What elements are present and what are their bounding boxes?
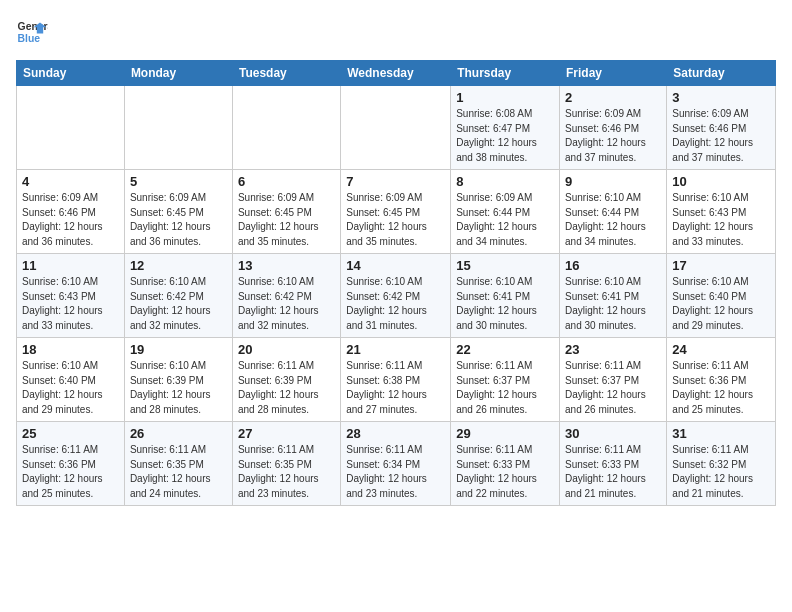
day-number: 2 — [565, 90, 661, 105]
calendar-cell: 9Sunrise: 6:10 AM Sunset: 6:44 PM Daylig… — [560, 170, 667, 254]
calendar-cell: 30Sunrise: 6:11 AM Sunset: 6:33 PM Dayli… — [560, 422, 667, 506]
calendar-cell — [232, 86, 340, 170]
header: General Blue — [16, 16, 776, 48]
calendar-cell: 8Sunrise: 6:09 AM Sunset: 6:44 PM Daylig… — [451, 170, 560, 254]
day-number: 3 — [672, 90, 770, 105]
day-info: Sunrise: 6:09 AM Sunset: 6:46 PM Dayligh… — [672, 107, 770, 165]
day-number: 5 — [130, 174, 227, 189]
day-number: 17 — [672, 258, 770, 273]
day-number: 21 — [346, 342, 445, 357]
calendar-cell: 20Sunrise: 6:11 AM Sunset: 6:39 PM Dayli… — [232, 338, 340, 422]
day-number: 31 — [672, 426, 770, 441]
day-info: Sunrise: 6:09 AM Sunset: 6:46 PM Dayligh… — [22, 191, 119, 249]
day-header: Sunday — [17, 61, 125, 86]
day-info: Sunrise: 6:11 AM Sunset: 6:38 PM Dayligh… — [346, 359, 445, 417]
day-info: Sunrise: 6:10 AM Sunset: 6:39 PM Dayligh… — [130, 359, 227, 417]
calendar-cell: 22Sunrise: 6:11 AM Sunset: 6:37 PM Dayli… — [451, 338, 560, 422]
header-row: SundayMondayTuesdayWednesdayThursdayFrid… — [17, 61, 776, 86]
day-number: 23 — [565, 342, 661, 357]
calendar-cell: 12Sunrise: 6:10 AM Sunset: 6:42 PM Dayli… — [124, 254, 232, 338]
calendar-cell: 23Sunrise: 6:11 AM Sunset: 6:37 PM Dayli… — [560, 338, 667, 422]
day-info: Sunrise: 6:11 AM Sunset: 6:36 PM Dayligh… — [22, 443, 119, 501]
day-info: Sunrise: 6:09 AM Sunset: 6:45 PM Dayligh… — [346, 191, 445, 249]
calendar-cell: 13Sunrise: 6:10 AM Sunset: 6:42 PM Dayli… — [232, 254, 340, 338]
calendar-cell: 10Sunrise: 6:10 AM Sunset: 6:43 PM Dayli… — [667, 170, 776, 254]
calendar-cell: 17Sunrise: 6:10 AM Sunset: 6:40 PM Dayli… — [667, 254, 776, 338]
calendar-cell: 6Sunrise: 6:09 AM Sunset: 6:45 PM Daylig… — [232, 170, 340, 254]
calendar-cell: 11Sunrise: 6:10 AM Sunset: 6:43 PM Dayli… — [17, 254, 125, 338]
day-info: Sunrise: 6:10 AM Sunset: 6:44 PM Dayligh… — [565, 191, 661, 249]
day-number: 14 — [346, 258, 445, 273]
day-header: Wednesday — [341, 61, 451, 86]
calendar-cell: 18Sunrise: 6:10 AM Sunset: 6:40 PM Dayli… — [17, 338, 125, 422]
calendar-week-row: 11Sunrise: 6:10 AM Sunset: 6:43 PM Dayli… — [17, 254, 776, 338]
calendar-week-row: 1Sunrise: 6:08 AM Sunset: 6:47 PM Daylig… — [17, 86, 776, 170]
day-info: Sunrise: 6:11 AM Sunset: 6:39 PM Dayligh… — [238, 359, 335, 417]
day-info: Sunrise: 6:11 AM Sunset: 6:37 PM Dayligh… — [456, 359, 554, 417]
day-number: 26 — [130, 426, 227, 441]
day-info: Sunrise: 6:10 AM Sunset: 6:43 PM Dayligh… — [672, 191, 770, 249]
day-info: Sunrise: 6:09 AM Sunset: 6:44 PM Dayligh… — [456, 191, 554, 249]
calendar-cell: 31Sunrise: 6:11 AM Sunset: 6:32 PM Dayli… — [667, 422, 776, 506]
day-number: 6 — [238, 174, 335, 189]
calendar-cell: 26Sunrise: 6:11 AM Sunset: 6:35 PM Dayli… — [124, 422, 232, 506]
day-number: 30 — [565, 426, 661, 441]
calendar-cell: 19Sunrise: 6:10 AM Sunset: 6:39 PM Dayli… — [124, 338, 232, 422]
day-info: Sunrise: 6:11 AM Sunset: 6:32 PM Dayligh… — [672, 443, 770, 501]
day-info: Sunrise: 6:11 AM Sunset: 6:35 PM Dayligh… — [238, 443, 335, 501]
calendar-cell: 16Sunrise: 6:10 AM Sunset: 6:41 PM Dayli… — [560, 254, 667, 338]
day-number: 11 — [22, 258, 119, 273]
day-info: Sunrise: 6:10 AM Sunset: 6:41 PM Dayligh… — [456, 275, 554, 333]
day-info: Sunrise: 6:10 AM Sunset: 6:42 PM Dayligh… — [346, 275, 445, 333]
day-info: Sunrise: 6:10 AM Sunset: 6:43 PM Dayligh… — [22, 275, 119, 333]
day-number: 24 — [672, 342, 770, 357]
day-info: Sunrise: 6:10 AM Sunset: 6:40 PM Dayligh… — [672, 275, 770, 333]
day-number: 10 — [672, 174, 770, 189]
day-number: 1 — [456, 90, 554, 105]
day-number: 19 — [130, 342, 227, 357]
day-info: Sunrise: 6:10 AM Sunset: 6:40 PM Dayligh… — [22, 359, 119, 417]
calendar-cell: 7Sunrise: 6:09 AM Sunset: 6:45 PM Daylig… — [341, 170, 451, 254]
day-number: 29 — [456, 426, 554, 441]
calendar-cell: 2Sunrise: 6:09 AM Sunset: 6:46 PM Daylig… — [560, 86, 667, 170]
day-info: Sunrise: 6:11 AM Sunset: 6:35 PM Dayligh… — [130, 443, 227, 501]
day-number: 15 — [456, 258, 554, 273]
day-info: Sunrise: 6:10 AM Sunset: 6:42 PM Dayligh… — [130, 275, 227, 333]
calendar-cell: 15Sunrise: 6:10 AM Sunset: 6:41 PM Dayli… — [451, 254, 560, 338]
day-number: 7 — [346, 174, 445, 189]
day-header: Tuesday — [232, 61, 340, 86]
calendar-cell: 24Sunrise: 6:11 AM Sunset: 6:36 PM Dayli… — [667, 338, 776, 422]
calendar-cell — [17, 86, 125, 170]
calendar-cell — [341, 86, 451, 170]
day-header: Friday — [560, 61, 667, 86]
calendar-cell: 1Sunrise: 6:08 AM Sunset: 6:47 PM Daylig… — [451, 86, 560, 170]
day-info: Sunrise: 6:11 AM Sunset: 6:34 PM Dayligh… — [346, 443, 445, 501]
day-info: Sunrise: 6:10 AM Sunset: 6:41 PM Dayligh… — [565, 275, 661, 333]
day-header: Saturday — [667, 61, 776, 86]
logo: General Blue — [16, 16, 48, 48]
calendar-week-row: 18Sunrise: 6:10 AM Sunset: 6:40 PM Dayli… — [17, 338, 776, 422]
day-info: Sunrise: 6:11 AM Sunset: 6:36 PM Dayligh… — [672, 359, 770, 417]
day-info: Sunrise: 6:08 AM Sunset: 6:47 PM Dayligh… — [456, 107, 554, 165]
calendar-cell: 25Sunrise: 6:11 AM Sunset: 6:36 PM Dayli… — [17, 422, 125, 506]
day-number: 20 — [238, 342, 335, 357]
day-number: 25 — [22, 426, 119, 441]
day-info: Sunrise: 6:11 AM Sunset: 6:33 PM Dayligh… — [565, 443, 661, 501]
day-info: Sunrise: 6:09 AM Sunset: 6:45 PM Dayligh… — [238, 191, 335, 249]
day-info: Sunrise: 6:11 AM Sunset: 6:37 PM Dayligh… — [565, 359, 661, 417]
day-header: Thursday — [451, 61, 560, 86]
calendar-week-row: 4Sunrise: 6:09 AM Sunset: 6:46 PM Daylig… — [17, 170, 776, 254]
day-number: 27 — [238, 426, 335, 441]
day-info: Sunrise: 6:10 AM Sunset: 6:42 PM Dayligh… — [238, 275, 335, 333]
day-number: 28 — [346, 426, 445, 441]
svg-text:Blue: Blue — [18, 33, 41, 44]
day-info: Sunrise: 6:09 AM Sunset: 6:46 PM Dayligh… — [565, 107, 661, 165]
day-number: 18 — [22, 342, 119, 357]
calendar-cell: 5Sunrise: 6:09 AM Sunset: 6:45 PM Daylig… — [124, 170, 232, 254]
day-number: 8 — [456, 174, 554, 189]
day-number: 9 — [565, 174, 661, 189]
day-number: 12 — [130, 258, 227, 273]
calendar-table: SundayMondayTuesdayWednesdayThursdayFrid… — [16, 60, 776, 506]
calendar-week-row: 25Sunrise: 6:11 AM Sunset: 6:36 PM Dayli… — [17, 422, 776, 506]
calendar-cell: 21Sunrise: 6:11 AM Sunset: 6:38 PM Dayli… — [341, 338, 451, 422]
